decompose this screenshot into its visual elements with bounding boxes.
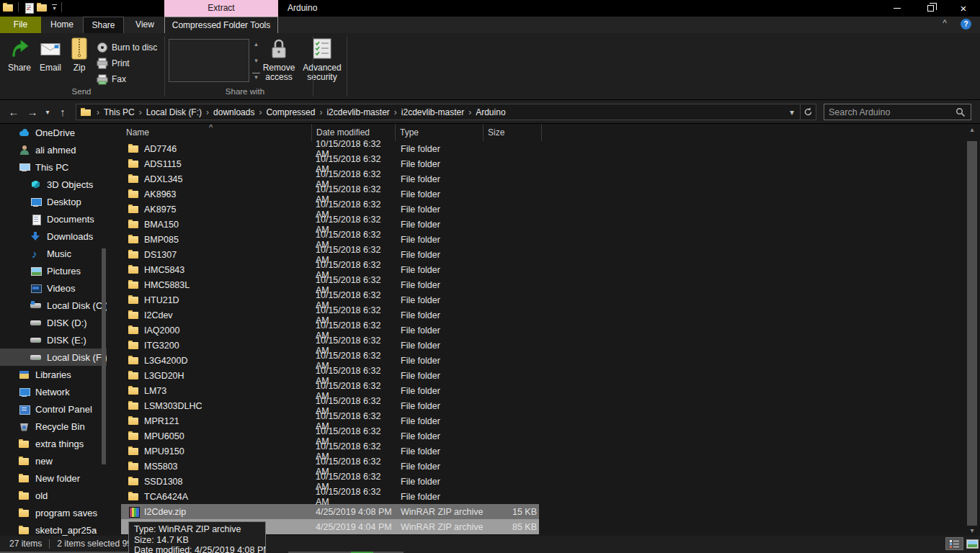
- sidebar-item-videos[interactable]: Videos: [0, 279, 107, 297]
- file-row-ad7746[interactable]: AD774610/15/2018 6:32 AMFile folder: [107, 141, 964, 156]
- print-button[interactable]: Print: [97, 55, 130, 71]
- tab-view[interactable]: View: [124, 17, 166, 33]
- share-with-scroll-up-icon[interactable]: ▴: [252, 40, 260, 48]
- tab-file[interactable]: File: [0, 17, 41, 33]
- sidebar-item-disk-d[interactable]: DISK (D:): [0, 314, 107, 331]
- breadcrumb-item-i2cdevlib-master[interactable]: i2cdevlib-master: [324, 107, 392, 117]
- sidebar-item-control-panel[interactable]: Control Panel: [0, 400, 107, 418]
- file-row-htu21d[interactable]: HTU21D10/15/2018 6:32 AMFile folder: [107, 292, 964, 307]
- file-row-mpu6050[interactable]: MPU605010/15/2018 6:32 AMFile folder: [107, 428, 964, 444]
- sidebar-item-old[interactable]: old: [0, 487, 107, 504]
- up-icon[interactable]: ↑: [55, 100, 71, 124]
- burn-to-disc-button[interactable]: Burn to disc: [97, 40, 157, 55]
- file-row-ads1115[interactable]: ADS111510/15/2018 6:32 AMFile folder: [107, 156, 964, 171]
- file-row-lsm303dlhc[interactable]: LSM303DLHC10/15/2018 6:32 AMFile folder: [107, 398, 964, 413]
- file-row-tca6424a[interactable]: TCA6424A10/15/2018 6:32 AMFile folder: [107, 489, 964, 504]
- close-button[interactable]: ×: [947, 0, 980, 17]
- file-row-ms5803[interactable]: MS580310/15/2018 6:32 AMFile folder: [107, 459, 964, 474]
- sidebar-item-pictures[interactable]: Pictures: [0, 262, 107, 279]
- restore-button[interactable]: [914, 0, 947, 17]
- scroll-down-icon[interactable]: ▾: [964, 526, 980, 534]
- tab-home[interactable]: Home: [41, 17, 83, 33]
- file-row-ak8975[interactable]: AK897510/15/2018 6:32 AMFile folder: [107, 202, 964, 217]
- recent-locations-chevron-icon[interactable]: ▾: [42, 100, 53, 124]
- sidebar-item-new[interactable]: new: [0, 452, 107, 469]
- file-row-adxl345[interactable]: ADXL34510/15/2018 6:32 AMFile folder: [107, 171, 964, 186]
- address-dropdown-chevron-icon[interactable]: ▾: [784, 104, 800, 120]
- file-row-hmc5883l[interactable]: HMC5883L10/15/2018 6:32 AMFile folder: [107, 277, 964, 292]
- file-row-bma150[interactable]: BMA15010/15/2018 6:32 AMFile folder: [107, 217, 964, 232]
- file-row-lm73[interactable]: LM7310/15/2018 6:32 AMFile folder: [107, 383, 964, 398]
- sidebar-item-sketch-apr25a[interactable]: sketch_apr25a: [0, 521, 107, 536]
- share-with-list[interactable]: [169, 39, 249, 82]
- fax-button[interactable]: Fax: [97, 71, 126, 86]
- sidebar-item-ali-ahmed[interactable]: ali ahmed: [0, 141, 107, 158]
- column-header-type[interactable]: Type: [396, 124, 484, 141]
- share-with-scroll-down-icon[interactable]: ▾: [252, 57, 260, 65]
- file-row-ssd1308[interactable]: SSD130810/15/2018 6:32 AMFile folder: [107, 474, 964, 489]
- scrollbar-thumb[interactable]: [967, 141, 977, 526]
- sidebar-item-network[interactable]: Network: [0, 383, 107, 400]
- breadcrumb-item-this-pc[interactable]: This PC: [101, 107, 138, 117]
- help-icon[interactable]: ?: [961, 19, 971, 30]
- breadcrumb-item-compressed[interactable]: Compressed: [263, 107, 318, 117]
- sidebar-scrollbar-thumb[interactable]: [102, 248, 106, 464]
- share-with-more-icon[interactable]: ▾: [252, 73, 260, 81]
- sidebar-item-desktop[interactable]: Desktop: [0, 193, 107, 210]
- back-icon[interactable]: ←: [6, 100, 22, 124]
- scroll-up-icon[interactable]: ▴: [964, 125, 980, 133]
- column-header-size[interactable]: Size: [484, 124, 542, 141]
- sidebar-item-extra-things[interactable]: extra things: [0, 435, 107, 452]
- details-view-button[interactable]: [945, 537, 963, 550]
- sidebar-item-this-pc[interactable]: This PC: [0, 158, 107, 176]
- file-row-bmp085[interactable]: BMP08510/15/2018 6:32 AMFile folder: [107, 232, 964, 247]
- qat-customize-caret-icon[interactable]: ▾: [52, 4, 57, 10]
- minimize-button[interactable]: [881, 0, 914, 17]
- file-row-ak8963[interactable]: AK896310/15/2018 6:32 AMFile folder: [107, 186, 964, 202]
- file-row-mpr121[interactable]: MPR12110/15/2018 6:32 AMFile folder: [107, 413, 964, 428]
- file-row-hmc5843[interactable]: HMC584310/15/2018 6:32 AMFile folder: [107, 262, 964, 277]
- sidebar-item-new-folder[interactable]: New folder: [0, 469, 107, 487]
- breadcrumb-item-downloads[interactable]: downloads: [210, 107, 257, 117]
- sidebar-scroll-down-icon[interactable]: ▾: [92, 526, 96, 534]
- sidebar-item-disk-e[interactable]: DISK (E:): [0, 331, 107, 349]
- refresh-icon[interactable]: [800, 104, 816, 120]
- sidebar-item-music[interactable]: Music: [0, 245, 107, 262]
- sidebar-item-local-disk-f[interactable]: Local Disk (F:): [0, 349, 107, 366]
- qat-properties-check-icon[interactable]: ✓: [23, 3, 32, 12]
- breadcrumb-item-local-disk-f[interactable]: Local Disk (F:): [143, 107, 205, 117]
- qat-folder-icon[interactable]: [3, 3, 14, 12]
- forward-icon[interactable]: →: [24, 100, 40, 124]
- sidebar-item-3d-objects[interactable]: 3D Objects: [0, 176, 107, 193]
- sidebar-item-recycle-bin[interactable]: Recycle Bin: [0, 418, 107, 435]
- address-bar[interactable]: ›This PC›Local Disk (F:)›downloads›Compr…: [76, 104, 816, 120]
- file-row-i2cdev[interactable]: I2Cdev10/15/2018 6:32 AMFile folder: [107, 307, 964, 323]
- file-row-l3gd20h[interactable]: L3GD20H10/15/2018 6:32 AMFile folder: [107, 368, 964, 383]
- file-row-mpu9150[interactable]: MPU915010/15/2018 6:32 AMFile folder: [107, 444, 964, 459]
- breadcrumb-item-arduino[interactable]: Arduino: [473, 107, 508, 117]
- file-row-itg3200[interactable]: ITG320010/15/2018 6:32 AMFile folder: [107, 338, 964, 353]
- file-row-l3g4200d[interactable]: L3G4200D10/15/2018 6:32 AMFile folder: [107, 353, 964, 368]
- file-type: File folder: [396, 217, 484, 232]
- file-list-scrollbar[interactable]: ▴ ▾: [964, 124, 980, 536]
- sidebar-item-onedrive[interactable]: OneDrive: [0, 124, 107, 141]
- breadcrumb-separator-icon: ›: [318, 107, 324, 117]
- sidebar-item-program-saves[interactable]: program saves: [0, 504, 107, 521]
- tab-compressed-folder-tools[interactable]: Compressed Folder Tools: [164, 17, 278, 33]
- sidebar-item-downloads[interactable]: Downloads: [0, 228, 107, 245]
- breadcrumb-item-i2cdevlib-master[interactable]: i2cdevlib-master: [398, 107, 467, 117]
- file-row-iaq2000[interactable]: IAQ200010/15/2018 6:32 AMFile folder: [107, 323, 964, 338]
- collapse-ribbon-icon[interactable]: ^: [938, 18, 951, 28]
- column-header-name[interactable]: Name^: [107, 124, 312, 141]
- large-icons-view-button[interactable]: [965, 537, 980, 550]
- search-icon[interactable]: [956, 107, 966, 117]
- tab-share[interactable]: Share: [83, 17, 124, 33]
- file-row-ds1307[interactable]: DS130710/15/2018 6:32 AMFile folder: [107, 247, 964, 262]
- sidebar-item-libraries[interactable]: Libraries: [0, 366, 107, 383]
- sidebar-item-documents[interactable]: Documents: [0, 210, 107, 228]
- file-row-i2cdev-zip[interactable]: I2Cdev.zip4/25/2019 4:08 PMWinRAR ZIP ar…: [107, 504, 964, 519]
- search-input[interactable]: [824, 107, 956, 117]
- sidebar-item-label: DISK (E:): [47, 335, 86, 346]
- sidebar-item-local-disk-c[interactable]: Local Disk (C:): [0, 297, 107, 314]
- qat-newfolder-icon[interactable]: [37, 3, 48, 12]
